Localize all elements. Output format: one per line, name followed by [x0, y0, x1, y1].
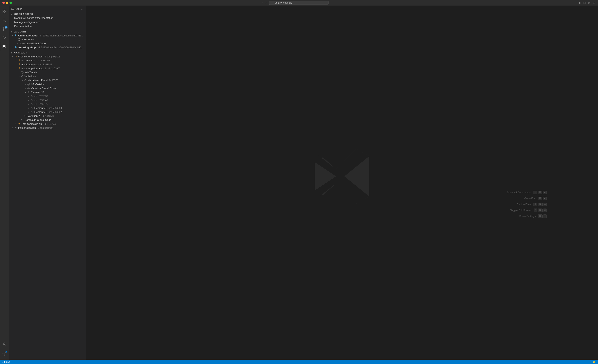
quick-link-manage[interactable]: Manage configurations	[9, 20, 86, 24]
close-button[interactable]	[2, 2, 5, 4]
quick-link-docs[interactable]: Documentation	[9, 24, 86, 28]
activity-explorer[interactable]	[0, 7, 9, 16]
shortcut-show-all-commands: Show All Commands ⇧ ⌘ P	[507, 191, 547, 194]
campaign-section: ▾ CAMPAIGN ▾ ⚗ Web experimentation - 4 c…	[9, 51, 86, 131]
more-button[interactable]: ⊞	[592, 1, 596, 5]
variation-123-row[interactable]: ▾ Variation 123 - id: 1440570	[9, 78, 86, 82]
activity-run[interactable]	[0, 33, 9, 42]
campaign-global-code-row[interactable]: › </> Campaign Global Code	[9, 118, 86, 122]
chevron-right-icon: ›	[14, 59, 17, 62]
key-shift: ⇧	[533, 191, 537, 194]
beaker-icon: ⚗	[17, 63, 21, 66]
web-experimentation-row[interactable]: ▾ ⚗ Web experimentation - 4 campaign(s)	[9, 54, 86, 58]
activity-account[interactable]	[0, 340, 9, 348]
shortcut-label: Toggle Full Screen	[510, 209, 532, 212]
forward-button[interactable]: ›	[265, 0, 267, 5]
key-comma: ,	[543, 215, 547, 218]
test-multivar-label: test-multivar - id: 1200252	[21, 59, 86, 62]
chevron-right-icon: ›	[14, 42, 17, 45]
svg-point-7	[3, 27, 4, 29]
activity-search[interactable]	[0, 16, 9, 25]
element-js-parent-row[interactable]: ▾ ✎ Element JS	[9, 90, 86, 94]
quick-access-section: ▾ QUICK ACCESS Switch to Feature experim…	[9, 12, 86, 30]
variations-row[interactable]: ▾ Variations	[9, 74, 86, 78]
variation-info-row[interactable]: › Info/Details	[9, 82, 86, 86]
element-5193846-row[interactable]: › ✎ - id: 5193846	[9, 98, 86, 102]
shortcut-label: Go to File	[524, 197, 535, 200]
panel-toggle-button[interactable]: ⊟	[583, 1, 586, 5]
key-p: P	[543, 191, 547, 194]
element-5025336-label: - id: 5025336	[34, 95, 86, 98]
key-cmd: ⌘	[538, 191, 542, 194]
sidebar-title: AB TASTY	[11, 8, 23, 10]
amazing-shop-label: Amazing shop - id: 54220 identifier: e59…	[18, 46, 86, 49]
element-5284500-row[interactable]: › ✎ Element JS - id: 5284500	[9, 106, 86, 110]
multipage-test-row[interactable]: › ⚗ multipage-test - id: 1163037	[9, 62, 86, 66]
activity-source-control[interactable]: 13	[0, 25, 9, 33]
account-global-code-row[interactable]: › </> Account Global Code	[9, 41, 86, 45]
info-icon	[21, 71, 24, 74]
account-info-row[interactable]: › Info/Details	[9, 37, 86, 41]
chevron-right-icon: ›	[27, 110, 30, 114]
activity-extensions[interactable]	[0, 42, 9, 51]
multipage-test-label: multipage-test - id: 1163037	[21, 63, 86, 66]
info-icon	[17, 38, 21, 41]
shortcut-keys: ⇧ ⌘ F	[533, 203, 547, 206]
quick-access-header[interactable]: ▾ QUICK ACCESS	[9, 12, 86, 16]
search-input[interactable]	[269, 1, 329, 5]
account-section-header[interactable]: ▾ ACCOUNT	[9, 30, 86, 33]
element-5284502-row[interactable]: › ✎ Element JS - id: 5284502	[9, 110, 86, 114]
titlebar-right: ▣ ⊟ ⊠ ⊞	[578, 1, 596, 5]
amazing-shop-row[interactable]: › Amazing shop - id: 54220 identifier: e…	[9, 45, 86, 49]
personalization-row[interactable]: › Personalization - 3 campaign(s)	[9, 126, 86, 130]
variation-123-label: Variation 123 - id: 1440570	[28, 79, 86, 82]
circle-icon	[24, 79, 27, 82]
maximize-button[interactable]	[9, 2, 12, 4]
variation-global-code-row[interactable]: › </> Variation Global Code	[9, 86, 86, 90]
layout-button[interactable]: ⊠	[588, 1, 591, 5]
nav-buttons: ‹ ›	[261, 0, 267, 5]
svg-point-4	[3, 19, 5, 21]
vscode-watermark	[312, 147, 372, 207]
campaign-section-header[interactable]: ▾ CAMPAIGN	[9, 51, 86, 54]
svg-marker-9	[3, 36, 6, 39]
key-shift: ⇧	[533, 203, 537, 206]
test-multivar-row[interactable]: › ⚗ test-multivar - id: 1200252	[9, 58, 86, 62]
variation-2-row[interactable]: › Variation 2 - id: 1440576	[9, 114, 86, 118]
element-5025336-row[interactable]: › ✎ - id: 5025336	[9, 94, 86, 98]
key-f: F	[543, 208, 547, 212]
shortcuts-panel: Show All Commands ⇧ ⌘ P Go to File ⌘ P F…	[507, 191, 547, 218]
test-campaign-ab-2-row[interactable]: › ⚗ Test-campaign-ab - id: 1161606	[9, 122, 86, 126]
main-content: Show All Commands ⇧ ⌘ P Go to File ⌘ P F…	[86, 6, 598, 360]
code-icon: </>	[27, 87, 30, 90]
chevron-right-icon: ›	[27, 94, 30, 98]
chevron-right-icon: ›	[21, 114, 24, 117]
key-p: P	[543, 197, 547, 200]
shortcut-settings: Show Settings ⌘ ,	[507, 215, 547, 218]
campaign-info-row[interactable]: › Info/Details	[9, 70, 86, 74]
sidebar-more-button[interactable]: ...	[80, 7, 83, 11]
quick-link-feature[interactable]: Switch to Feature experimentation	[9, 16, 86, 20]
minimize-button[interactable]	[6, 2, 8, 4]
svg-rect-3	[5, 12, 6, 13]
element-5195875-row[interactable]: › ✎ - id: 5195875	[9, 102, 86, 106]
svg-line-5	[5, 21, 6, 22]
back-button[interactable]: ‹	[261, 0, 264, 5]
activity-settings[interactable]	[0, 349, 9, 358]
titlebar: ‹ › 🔍 ▣ ⊟ ⊠ ⊞	[0, 0, 598, 6]
beaker-icon: ⚗	[17, 67, 21, 70]
status-branch[interactable]: ⎇ main	[2, 361, 11, 363]
key-ctrl: ^	[534, 208, 537, 212]
status-notifications[interactable]: 🔔	[592, 361, 596, 363]
feature-link-label: Switch to Feature experimentation	[14, 17, 53, 19]
sidebar-toggle-button[interactable]: ▣	[578, 1, 581, 5]
user-row[interactable]: ▾ Chadi Laoulaou - id: 53651 identifier:…	[9, 33, 86, 37]
beaker-icon: ⚗	[17, 122, 21, 125]
sidebar-header: AB TASTY ...	[9, 6, 86, 12]
chevron-right-icon: ›	[17, 118, 21, 121]
test-campaign-ab-row[interactable]: ▾ ⚗ test-campaign-ab-1-2 - id: 1161607	[9, 66, 86, 70]
chevron-right-icon: ›	[11, 126, 14, 129]
account-section: ▾ ACCOUNT ▾ Chadi Laoulaou - id: 53651 i…	[9, 30, 86, 51]
campaign-section-label: CAMPAIGN	[14, 51, 27, 54]
svg-point-18	[16, 34, 17, 35]
